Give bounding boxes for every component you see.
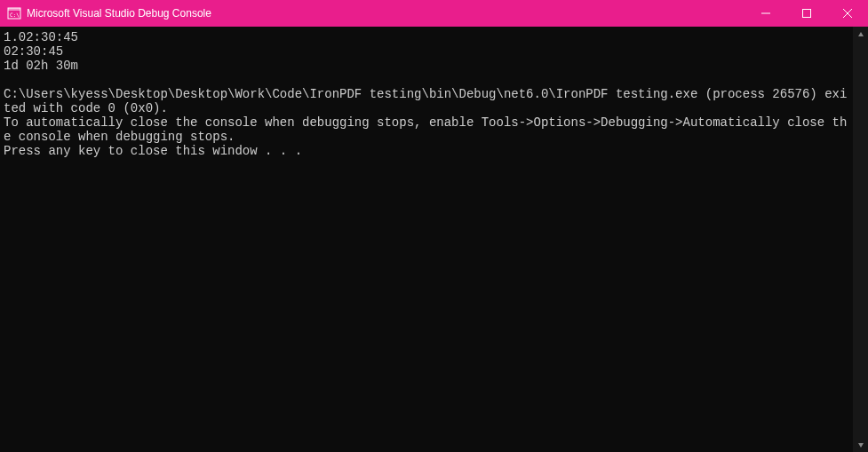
- svg-rect-4: [803, 10, 811, 18]
- scroll-down-arrow[interactable]: [853, 437, 868, 452]
- svg-text:C:\: C:\: [10, 12, 20, 18]
- svg-marker-8: [858, 443, 864, 448]
- window-title: Microsoft Visual Studio Debug Console: [27, 7, 745, 20]
- close-button[interactable]: [827, 0, 868, 27]
- window-controls: [745, 0, 868, 27]
- console-output[interactable]: 1.02:30:45 02:30:45 1d 02h 30m C:\Users\…: [0, 27, 853, 452]
- titlebar: C:\ Microsoft Visual Studio Debug Consol…: [0, 0, 868, 27]
- minimize-button[interactable]: [745, 0, 786, 27]
- console-area: 1.02:30:45 02:30:45 1d 02h 30m C:\Users\…: [0, 27, 868, 452]
- svg-rect-1: [8, 8, 20, 11]
- scroll-up-arrow[interactable]: [853, 27, 868, 42]
- svg-marker-7: [858, 32, 864, 36]
- vertical-scrollbar[interactable]: [853, 27, 868, 452]
- maximize-button[interactable]: [786, 0, 827, 27]
- app-icon: C:\: [7, 6, 21, 20]
